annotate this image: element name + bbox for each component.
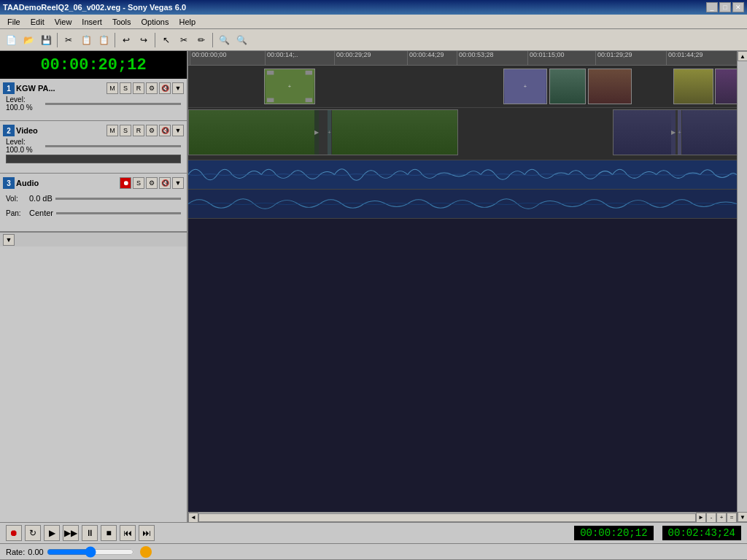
loop-button[interactable]: ↻ — [25, 525, 41, 541]
clip-1-2[interactable]: + — [503, 69, 547, 104]
track-level-slider-1[interactable] — [45, 103, 181, 105]
video-clip-2[interactable]: ▶ + — [613, 109, 737, 155]
track-level-label-1: Level: 100.0 % — [6, 96, 42, 112]
v-scrollbar: ▲ ▼ — [737, 51, 747, 522]
zoom-out[interactable]: 🔍 — [233, 32, 249, 48]
scroll-track[interactable] — [738, 61, 747, 512]
transport-bar: ⏺ ↻ ▶ ▶▶ ⏸ ■ ⏮ ⏭ 00:00:20;12 00:02:43;24 — [0, 522, 747, 544]
track-number-3: 3 — [3, 177, 15, 189]
window-title: TAADemoReelQ2_06_v002.veg - Sony Vegas 6… — [3, 3, 186, 12]
envelope-tool[interactable]: ✏ — [193, 32, 209, 48]
clip-1-5[interactable] — [673, 69, 713, 104]
menubar: File Edit View Insert Tools Options Help — [0, 15, 747, 29]
maximize-button[interactable]: □ — [719, 2, 731, 12]
zoom-plus-btn[interactable]: + — [716, 513, 727, 523]
zoom-minus-btn[interactable]: - — [706, 513, 716, 523]
timeline-wrapper: 00:00:00;00 00:00:14;.. 00:00:29;29 00:0… — [188, 51, 747, 522]
scroll-right-btn[interactable]: ► — [696, 513, 706, 523]
track-mute-1[interactable]: M — [107, 82, 118, 94]
clip-1-1[interactable]: + — [264, 69, 315, 104]
track-record-2[interactable]: R — [133, 125, 144, 136]
clip-1-3[interactable] — [549, 69, 586, 104]
track-mute2-3[interactable]: 🔇 — [159, 177, 171, 189]
track-level-slider-2[interactable] — [45, 145, 181, 147]
select-tool[interactable]: ↖ — [158, 32, 174, 48]
rate-value: 0.00 — [28, 548, 43, 556]
menu-insert[interactable]: Insert — [77, 16, 107, 28]
transport-end-timecode: 00:02:43;24 — [662, 526, 741, 540]
paste-button[interactable]: 📋 — [96, 32, 112, 48]
toolbar-sep-4 — [212, 33, 213, 47]
track-level-label-2: Level: 100.0 % — [6, 138, 42, 154]
track-solo-1[interactable]: S — [120, 82, 131, 94]
open-button[interactable]: 📂 — [20, 32, 36, 48]
redo-button[interactable]: ↪ — [136, 32, 152, 48]
ruler-tick-0: 00:00:00;00 — [190, 51, 227, 65]
track-mute2-2[interactable]: 🔇 — [159, 125, 171, 136]
record-button[interactable]: ⏺ — [6, 525, 22, 541]
menu-file[interactable]: File — [3, 16, 25, 28]
track-content-1: + + — [188, 66, 737, 108]
new-button[interactable]: 📄 — [3, 32, 19, 48]
forward-to-end[interactable]: ⏭ — [139, 525, 155, 541]
track-solo-2[interactable]: S — [120, 125, 131, 136]
razor-tool[interactable]: ✂ — [176, 32, 192, 48]
cut-button[interactable]: ✂ — [61, 32, 77, 48]
scroll-down-btn[interactable]: ▼ — [738, 512, 747, 522]
rate-slider[interactable] — [47, 546, 134, 558]
undo-button[interactable]: ↩ — [118, 32, 134, 48]
stop-button[interactable]: ■ — [101, 525, 117, 541]
rate-indicator — [140, 546, 152, 558]
pause-button[interactable]: ⏸ — [82, 525, 98, 541]
vol-value: 0.0 dB — [29, 194, 53, 203]
fastforward-button[interactable]: ▶▶ — [63, 525, 79, 541]
toolbar-sep-3 — [155, 33, 155, 47]
ruler-tick-2: 00:00:29;29 — [334, 51, 371, 65]
video-clip-1[interactable]: ▶ + — [188, 109, 458, 155]
track-expand-area: ▼ — [0, 232, 187, 246]
clip-1-4[interactable] — [588, 69, 632, 104]
vol-slider[interactable] — [55, 198, 181, 200]
timeline-scrollbar[interactable] — [198, 513, 696, 522]
ruler-tick-4: 00:00:53;28 — [457, 51, 494, 65]
track-settings-2[interactable]: ⚙ — [146, 125, 158, 136]
menu-help[interactable]: Help — [174, 16, 200, 28]
track-record-1[interactable]: R — [133, 82, 144, 94]
scroll-up-btn[interactable]: ▲ — [738, 51, 747, 61]
minimize-button[interactable]: _ — [706, 2, 718, 12]
track-content-3a — [188, 160, 737, 190]
transport-timecode: 00:00:20;12 — [574, 526, 653, 540]
track-content-3b — [188, 190, 737, 219]
menu-view[interactable]: View — [50, 16, 77, 28]
track-more-1[interactable]: ▼ — [172, 82, 184, 94]
menu-edit[interactable]: Edit — [26, 16, 49, 28]
menu-tools[interactable]: Tools — [108, 16, 136, 28]
track-mute2-1[interactable]: 🔇 — [159, 82, 171, 94]
copy-button[interactable]: 📋 — [78, 32, 94, 48]
track-more-2[interactable]: ▼ — [172, 125, 184, 136]
pan-slider[interactable] — [56, 212, 181, 214]
rewind-to-start[interactable]: ⏮ — [120, 525, 136, 541]
track-settings-1[interactable]: ⚙ — [146, 82, 158, 94]
zoom-fit-btn[interactable]: = — [727, 513, 737, 523]
track-more-3[interactable]: ▼ — [172, 177, 184, 189]
zoom-in[interactable]: 🔍 — [216, 32, 232, 48]
scroll-left-btn[interactable]: ◄ — [188, 513, 198, 523]
track-settings-3[interactable]: ⚙ — [146, 177, 158, 189]
expand-tracks-btn[interactable]: ▼ — [3, 234, 15, 246]
track-solo-3[interactable]: S — [133, 177, 144, 189]
main-area: 00:00:20;12 1 KGW PA... M S R ⚙ 🔇 ▼ Leve… — [0, 51, 747, 522]
clip-1-6[interactable] — [715, 69, 737, 104]
ruler-tick-1: 00:00:14;.. — [265, 51, 298, 65]
save-button[interactable]: 💾 — [38, 32, 54, 48]
ruler-tick-3: 00:00:44;29 — [407, 51, 444, 65]
track-record-btn-3[interactable]: ⏺ — [120, 177, 131, 189]
track-mute-2[interactable]: M — [107, 125, 118, 136]
play-button[interactable]: ▶ — [44, 525, 60, 541]
close-button[interactable]: ✕ — [732, 2, 744, 12]
menu-options[interactable]: Options — [137, 16, 174, 28]
svg-rect-3 — [267, 98, 274, 102]
toolbar-sep-1 — [57, 33, 58, 47]
ruler-tick-7: 00:01:44;29 — [666, 51, 703, 65]
video-track-controls[interactable] — [6, 155, 181, 163]
